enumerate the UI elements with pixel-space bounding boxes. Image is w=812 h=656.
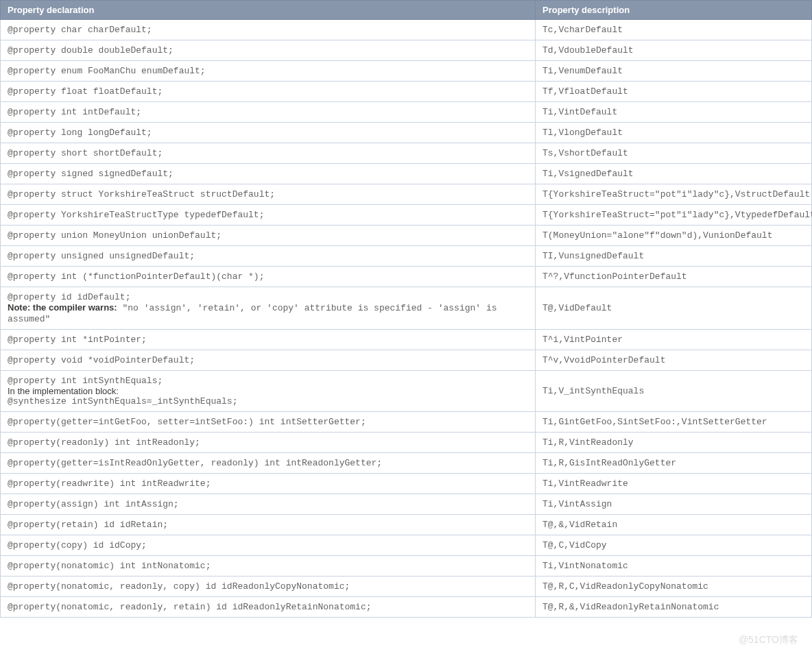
cell-declaration: @property(readwrite) int intReadwrite; (1, 474, 536, 494)
cell-declaration: @property unsigned unsignedDefault; (1, 246, 536, 267)
cell-description: Ti,R,VintReadonly (536, 433, 812, 453)
cell-description: T@,R,C,VidReadonlyCopyNonatomic (536, 576, 812, 597)
cell-declaration: @property id idDefault;Note: the compile… (1, 287, 536, 330)
cell-description: Ti,VintNonatomic (536, 556, 812, 576)
table-row: @property float floatDefault;Tf,VfloatDe… (1, 82, 812, 102)
cell-declaration: @property(nonatomic, readonly, copy) id … (1, 576, 536, 597)
cell-description: Ts,VshortDefault (536, 143, 812, 164)
cell-description: T{YorkshireTeaStruct="pot"i"lady"c},Vtyp… (536, 205, 812, 226)
cell-description: Ti,VsignedDefault (536, 164, 812, 184)
header-declaration: Property declaration (1, 1, 536, 20)
table-row: @property(readonly) int intReadonly;Ti,R… (1, 433, 812, 453)
cell-description: Td,VdoubleDefault (536, 40, 812, 61)
cell-description: T^i,VintPointer (536, 330, 812, 350)
cell-declaration: @property struct YorkshireTeaStruct stru… (1, 184, 536, 205)
cell-declaration: @property char charDefault; (1, 20, 536, 40)
table-row: @property long longDefault;Tl,VlongDefau… (1, 123, 812, 143)
impl-note: In the implementation block: (8, 386, 528, 396)
table-row: @property YorkshireTeaStructType typedef… (1, 205, 812, 226)
cell-declaration: @property int *intPointer; (1, 330, 536, 350)
table-row: @property union MoneyUnion unionDefault;… (1, 226, 812, 246)
table-row: @property short shortDefault;Ts,VshortDe… (1, 143, 812, 164)
table-row: @property(retain) id idRetain;T@,&,VidRe… (1, 515, 812, 535)
cell-declaration: @property short shortDefault; (1, 143, 536, 164)
table-row: @property signed signedDefault;Ti,Vsigne… (1, 164, 812, 184)
cell-description: Tc,VcharDefault (536, 20, 812, 40)
cell-description: T(MoneyUnion="alone"f"down"d),VunionDefa… (536, 226, 812, 246)
cell-description: TI,VunsignedDefault (536, 246, 812, 267)
table-row: @property void *voidPointerDefault;T^v,V… (1, 350, 812, 371)
table-row: @property int (*functionPointerDefault)(… (1, 267, 812, 287)
table-row: @property(nonatomic, readonly, retain) i… (1, 597, 812, 618)
cell-declaration: @property YorkshireTeaStructType typedef… (1, 205, 536, 226)
note-label: Note: the compiler warns: (8, 302, 117, 313)
declaration-code: @property int intSynthEquals; (8, 376, 528, 386)
table-row: @property(assign) int intAssign;Ti,VintA… (1, 494, 812, 515)
cell-description: Tf,VfloatDefault (536, 82, 812, 102)
table-row: @property(copy) id idCopy;T@,C,VidCopy (1, 535, 812, 556)
cell-description: Ti,R,GisIntReadOnlyGetter (536, 453, 812, 474)
cell-description: Ti,VintDefault (536, 102, 812, 123)
cell-declaration: @property int (*functionPointerDefault)(… (1, 267, 536, 287)
cell-description: T{YorkshireTeaStruct="pot"i"lady"c},Vstr… (536, 184, 812, 205)
cell-declaration: @property(readonly) int intReadonly; (1, 433, 536, 453)
cell-declaration: @property(nonatomic) int intNonatomic; (1, 556, 536, 576)
table-row: @property(getter=intGetFoo, setter=intSe… (1, 412, 812, 433)
header-description: Property description (536, 1, 812, 20)
table-row: @property char charDefault;Tc,VcharDefau… (1, 20, 812, 40)
cell-declaration: @property(getter=isIntReadOnlyGetter, re… (1, 453, 536, 474)
cell-declaration: @property(copy) id idCopy; (1, 535, 536, 556)
table-row: @property enum FooManChu enumDefault;Ti,… (1, 61, 812, 82)
cell-description: Ti,V_intSynthEquals (536, 371, 812, 412)
cell-declaration: @property(assign) int intAssign; (1, 494, 536, 515)
cell-description: T@,C,VidCopy (536, 535, 812, 556)
table-row: @property(readwrite) int intReadwrite;Ti… (1, 474, 812, 494)
cell-declaration: @property int intSynthEquals;In the impl… (1, 371, 536, 412)
property-encoding-table: Property declaration Property descriptio… (0, 0, 812, 618)
cell-description: Tl,VlongDefault (536, 123, 812, 143)
table-row: @property int *intPointer;T^i,VintPointe… (1, 330, 812, 350)
cell-description: T^v,VvoidPointerDefault (536, 350, 812, 371)
table-row: @property(nonatomic) int intNonatomic;Ti… (1, 556, 812, 576)
declaration-code: @property id idDefault; (8, 292, 528, 302)
cell-declaration: @property signed signedDefault; (1, 164, 536, 184)
synthesize-code: @synthesize intSynthEquals=_intSynthEqua… (8, 396, 528, 406)
table-row: @property int intSynthEquals;In the impl… (1, 371, 812, 412)
cell-declaration: @property enum FooManChu enumDefault; (1, 61, 536, 82)
cell-description: T@,&,VidRetain (536, 515, 812, 535)
cell-declaration: @property double doubleDefault; (1, 40, 536, 61)
table-row: @property struct YorkshireTeaStruct stru… (1, 184, 812, 205)
table-row: @property(nonatomic, readonly, copy) id … (1, 576, 812, 597)
cell-declaration: @property union MoneyUnion unionDefault; (1, 226, 536, 246)
cell-description: T@,R,&,VidReadonlyRetainNonatomic (536, 597, 812, 618)
compiler-note: Note: the compiler warns: "no 'assign', … (8, 302, 528, 324)
table-row: @property double doubleDefault;Td,Vdoubl… (1, 40, 812, 61)
table-row: @property unsigned unsignedDefault;TI,Vu… (1, 246, 812, 267)
table-row: @property id idDefault;Note: the compile… (1, 287, 812, 330)
table-row: @property int intDefault;Ti,VintDefault (1, 102, 812, 123)
cell-declaration: @property float floatDefault; (1, 82, 536, 102)
table-header-row: Property declaration Property descriptio… (1, 1, 812, 20)
cell-declaration: @property(retain) id idRetain; (1, 515, 536, 535)
cell-description: Ti,VenumDefault (536, 61, 812, 82)
cell-description: Ti,GintGetFoo,SintSetFoo:,VintSetterGett… (536, 412, 812, 433)
cell-description: T@,VidDefault (536, 287, 812, 330)
cell-declaration: @property int intDefault; (1, 102, 536, 123)
cell-declaration: @property void *voidPointerDefault; (1, 350, 536, 371)
table-row: @property(getter=isIntReadOnlyGetter, re… (1, 453, 812, 474)
cell-declaration: @property long longDefault; (1, 123, 536, 143)
cell-description: T^?,VfunctionPointerDefault (536, 267, 812, 287)
cell-declaration: @property(nonatomic, readonly, retain) i… (1, 597, 536, 618)
cell-declaration: @property(getter=intGetFoo, setter=intSe… (1, 412, 536, 433)
cell-description: Ti,VintAssign (536, 494, 812, 515)
cell-description: Ti,VintReadwrite (536, 474, 812, 494)
